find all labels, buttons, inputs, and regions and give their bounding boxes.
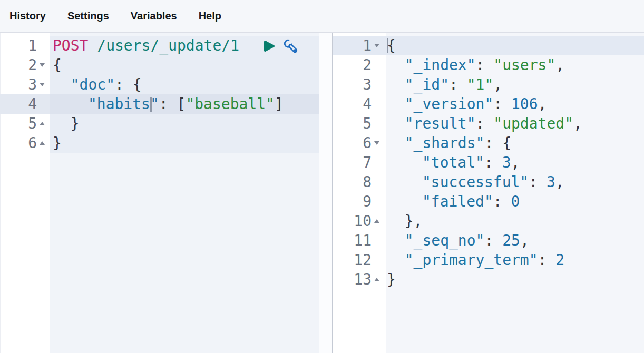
- code-line[interactable]: 6}: [0, 133, 319, 153]
- gutter-cell: 1: [0, 36, 50, 55]
- token: [404, 173, 422, 191]
- line-number: 11: [333, 231, 372, 250]
- gutter-cell: 1: [333, 36, 386, 55]
- token: "failed": [422, 193, 493, 210]
- gutter-cell: 2: [0, 55, 50, 75]
- code-text: }: [386, 270, 644, 289]
- token: [387, 251, 405, 269]
- menu-item-variables[interactable]: Variables: [131, 10, 177, 22]
- token: "habits: [88, 95, 150, 113]
- token: "successful": [422, 173, 529, 191]
- code-line[interactable]: 3 "_id": "1",: [333, 75, 644, 94]
- token: :: [538, 251, 556, 269]
- code-line[interactable]: 2 "_index": "users",: [333, 55, 644, 75]
- code-line[interactable]: 8 "successful": 3,: [333, 172, 644, 192]
- code-text: "_index": "users",: [386, 55, 644, 75]
- token: [387, 173, 405, 191]
- code-line[interactable]: 6 "_shards": {: [333, 133, 644, 153]
- token: }: [71, 115, 80, 132]
- play-icon[interactable]: [263, 40, 275, 53]
- menu-item-help[interactable]: Help: [199, 10, 221, 22]
- token: :: [449, 76, 467, 93]
- code-text: "total": 3,: [386, 153, 644, 172]
- code-line[interactable]: 4 "habits": ["baseball"]: [0, 94, 319, 114]
- fold-toggle-icon[interactable]: [374, 278, 379, 281]
- token: : {: [115, 76, 142, 93]
- line-number: 2: [0, 55, 37, 75]
- menu-item-history[interactable]: History: [9, 10, 46, 22]
- token: "1": [467, 76, 494, 93]
- fold-toggle-icon[interactable]: [374, 219, 379, 223]
- token: "_version": [405, 95, 494, 113]
- line-number: 4: [333, 94, 372, 114]
- menu-item-settings[interactable]: Settings: [67, 10, 109, 22]
- line-number: 9: [333, 192, 372, 211]
- code-line[interactable]: 7 "total": 3,: [333, 153, 644, 172]
- code-line[interactable]: 11 "_seq_no": 25,: [333, 231, 644, 250]
- panel-splitter[interactable]: [319, 33, 333, 353]
- code-text: "result": "updated",: [386, 114, 644, 133]
- gutter-cell: 5: [333, 114, 386, 133]
- token: "doc": [71, 76, 115, 93]
- token: "updated": [493, 115, 573, 132]
- token: [387, 115, 405, 132]
- token: ": [150, 95, 159, 113]
- line-number: 3: [333, 75, 372, 94]
- token: : {: [484, 134, 511, 152]
- line-number: 5: [333, 114, 372, 133]
- code-line[interactable]: 1{: [333, 36, 644, 55]
- response-editor[interactable]: 1{2 "_index": "users",3 "_id": "1",4 "_v…: [333, 33, 644, 353]
- token: /users/_update/1: [97, 37, 239, 54]
- fold-toggle-icon[interactable]: [40, 63, 45, 67]
- code-line[interactable]: 10 },: [333, 211, 644, 231]
- gutter-cell: 3: [0, 75, 50, 94]
- code-text: {: [50, 55, 319, 75]
- fold-toggle-icon[interactable]: [40, 122, 45, 125]
- line-number: 7: [333, 153, 372, 172]
- code-text: "habits": ["baseball"]: [50, 94, 319, 114]
- fold-toggle-icon[interactable]: [374, 44, 379, 47]
- token: [53, 76, 71, 93]
- fold-toggle-icon[interactable]: [40, 141, 45, 145]
- code-text: "_id": "1",: [386, 75, 644, 94]
- token: "_seq_no": [405, 232, 485, 249]
- token: POST: [53, 37, 88, 54]
- code-line[interactable]: 9 "failed": 0: [333, 192, 644, 211]
- line-number: 13: [333, 270, 372, 289]
- line-number: 3: [0, 75, 37, 94]
- fold-toggle-icon[interactable]: [374, 141, 379, 145]
- token: 3: [502, 154, 511, 171]
- code-text: "doc": {: [50, 75, 319, 94]
- line-number: 1: [333, 36, 372, 55]
- code-line[interactable]: 5 "result": "updated",: [333, 114, 644, 133]
- gutter-cell: 6: [333, 133, 386, 153]
- code-line[interactable]: 5 }: [0, 114, 319, 133]
- line-number: 8: [333, 172, 372, 192]
- fold-slot: [372, 219, 386, 223]
- wrench-icon[interactable]: [282, 38, 299, 54]
- code-line[interactable]: 13}: [333, 270, 644, 289]
- token: ,: [511, 154, 520, 171]
- gutter-cell: 12: [333, 250, 386, 270]
- fold-toggle-icon[interactable]: [40, 83, 45, 86]
- code-line[interactable]: 4 "_version": 106,: [333, 94, 644, 114]
- token: {: [387, 37, 396, 54]
- request-editor[interactable]: 1POST /users/_update/12{3 "doc": {4 "hab…: [0, 33, 319, 353]
- code-text: "_shards": {: [386, 133, 644, 153]
- code-line[interactable]: 2{: [0, 55, 319, 75]
- token: [387, 56, 405, 74]
- code-text: },: [386, 211, 644, 231]
- gutter-cell: 13: [333, 270, 386, 289]
- code-text: "_version": 106,: [386, 94, 644, 114]
- token: 25: [502, 232, 520, 249]
- token: [53, 95, 71, 113]
- line-number: 6: [0, 133, 37, 153]
- token: [387, 193, 405, 210]
- code-line[interactable]: 3 "doc": {: [0, 75, 319, 94]
- token: ,: [493, 76, 502, 93]
- token: },: [405, 212, 423, 230]
- code-line[interactable]: 12 "_primary_term": 2: [333, 250, 644, 270]
- line-number: 5: [0, 114, 37, 133]
- gutter-cell: 4: [333, 94, 386, 114]
- token: : [: [159, 95, 186, 113]
